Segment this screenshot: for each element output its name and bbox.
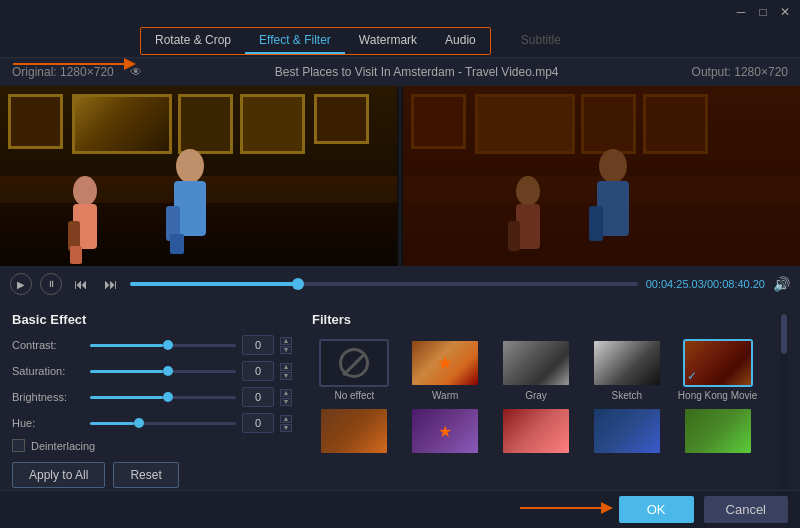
action-bar: OK Cancel: [0, 490, 800, 528]
svg-rect-15: [589, 206, 603, 241]
time-display: 00:04:25.03/00:08:40.20: [646, 278, 765, 290]
brightness-label: Brightness:: [12, 391, 84, 403]
progress-track[interactable]: [130, 282, 638, 286]
progress-fill: [130, 282, 298, 286]
saturation-slider[interactable]: [90, 370, 236, 373]
saturation-row: Saturation: 0 ▲ ▼: [12, 361, 292, 381]
video-area: [0, 86, 800, 266]
reset-button[interactable]: Reset: [113, 462, 178, 488]
person2-silhouette: [160, 146, 220, 266]
apply-all-button[interactable]: Apply to All: [12, 462, 105, 488]
contrast-slider[interactable]: [90, 344, 236, 347]
hk-thumb: ✓: [683, 339, 753, 387]
f2-4-thumb: [592, 407, 662, 455]
hue-slider[interactable]: [90, 422, 236, 425]
filters-section: Filters No effect ★ Warm: [312, 312, 760, 518]
contrast-thumb[interactable]: [163, 340, 173, 350]
cancel-button[interactable]: Cancel: [704, 496, 788, 523]
ok-button[interactable]: OK: [619, 496, 694, 523]
eye-icon[interactable]: 👁: [130, 65, 142, 79]
svg-point-2: [73, 176, 97, 206]
filter-hong-kong[interactable]: ✓ Hong Kong Movie: [675, 339, 760, 401]
output-resolution: Output: 1280×720: [692, 65, 788, 79]
gray-label: Gray: [525, 390, 547, 401]
saturation-down[interactable]: ▼: [280, 372, 292, 380]
filter-f2-3[interactable]: [494, 407, 579, 455]
hue-value: 0: [242, 413, 274, 433]
minimize-button[interactable]: ─: [734, 5, 748, 19]
original-video-panel: [0, 86, 397, 266]
hk-label: Hong Kong Movie: [678, 390, 758, 401]
hue-down[interactable]: ▼: [280, 424, 292, 432]
output-video-scene: [403, 86, 800, 266]
no-effect-thumb: [319, 339, 389, 387]
tab-audio[interactable]: Audio: [431, 28, 490, 54]
filters-scroll[interactable]: No effect ★ Warm Gray: [312, 335, 760, 455]
volume-icon[interactable]: 🔊: [773, 276, 790, 292]
svg-point-10: [516, 176, 540, 206]
saturation-value: 0: [242, 361, 274, 381]
hue-label: Hue:: [12, 417, 84, 429]
info-bar: Original: 1280×720 👁 Best Places to Visi…: [0, 58, 800, 86]
tab-subtitle[interactable]: Subtitle: [503, 24, 579, 57]
play-button[interactable]: ▶: [10, 273, 32, 295]
video-filename: Best Places to Visit In Amsterdam - Trav…: [275, 65, 559, 79]
contrast-up[interactable]: ▲: [280, 337, 292, 345]
filter-warm[interactable]: ★ Warm: [403, 339, 488, 401]
tab-effect-filter[interactable]: Effect & Filter: [245, 28, 345, 54]
hue-up[interactable]: ▲: [280, 415, 292, 423]
person3-silhouette: [503, 166, 553, 266]
basic-effect-title: Basic Effect: [12, 312, 292, 327]
scrollbar-thumb[interactable]: [781, 314, 787, 354]
contrast-down[interactable]: ▼: [280, 346, 292, 354]
tab-rotate-crop[interactable]: Rotate & Crop: [141, 28, 245, 54]
hue-fill: [90, 422, 134, 425]
maximize-button[interactable]: □: [756, 5, 770, 19]
no-effect-circle-icon: [339, 348, 369, 378]
brightness-fill: [90, 396, 163, 399]
filter-no-effect[interactable]: No effect: [312, 339, 397, 401]
f2-1-thumb: [319, 407, 389, 455]
close-button[interactable]: ✕: [778, 5, 792, 19]
filter-f2-5[interactable]: [675, 407, 760, 455]
person4-silhouette: [583, 146, 643, 266]
effect-button-row: Apply to All Reset: [12, 462, 292, 488]
hue-thumb[interactable]: [134, 418, 144, 428]
contrast-fill: [90, 344, 163, 347]
tab-watermark[interactable]: Watermark: [345, 28, 431, 54]
next-frame-button[interactable]: ⏭: [100, 274, 122, 294]
filter-f2-2[interactable]: ★: [403, 407, 488, 455]
prev-frame-button[interactable]: ⏮: [70, 274, 92, 294]
filter-gray[interactable]: Gray: [494, 339, 579, 401]
saturation-up[interactable]: ▲: [280, 363, 292, 371]
progress-thumb[interactable]: [292, 278, 304, 290]
svg-point-13: [599, 149, 627, 183]
brightness-up[interactable]: ▲: [280, 389, 292, 397]
brightness-row: Brightness: 0 ▲ ▼: [12, 387, 292, 407]
filter-sketch[interactable]: Sketch: [584, 339, 669, 401]
warm-star-icon: ★: [437, 352, 453, 374]
brightness-down[interactable]: ▼: [280, 398, 292, 406]
brightness-thumb[interactable]: [163, 392, 173, 402]
saturation-arrows: ▲ ▼: [280, 363, 292, 380]
f2-5-thumb: [683, 407, 753, 455]
no-effect-label: No effect: [334, 390, 374, 401]
deinterlace-row: Deinterlacing: [12, 439, 292, 452]
tab-bar: Rotate & Crop Effect & Filter Watermark …: [0, 24, 800, 58]
hue-row: Hue: 0 ▲ ▼: [12, 413, 292, 433]
sketch-label: Sketch: [612, 390, 643, 401]
original-video-scene: [0, 86, 397, 266]
filter-f2-4[interactable]: [584, 407, 669, 455]
playback-bar: ▶ ⏸ ⏮ ⏭ 00:04:25.03/00:08:40.20 🔊: [0, 266, 800, 302]
brightness-slider[interactable]: [90, 396, 236, 399]
contrast-arrows: ▲ ▼: [280, 337, 292, 354]
f2-3-thumb: [501, 407, 571, 455]
filter-f2-1[interactable]: [312, 407, 397, 455]
hue-arrows: ▲ ▼: [280, 415, 292, 432]
sketch-thumb: [592, 339, 662, 387]
saturation-thumb[interactable]: [163, 366, 173, 376]
pause-button[interactable]: ⏸: [40, 273, 62, 295]
brightness-arrows: ▲ ▼: [280, 389, 292, 406]
filters-scrollbar[interactable]: [780, 312, 788, 518]
deinterlace-checkbox[interactable]: [12, 439, 25, 452]
